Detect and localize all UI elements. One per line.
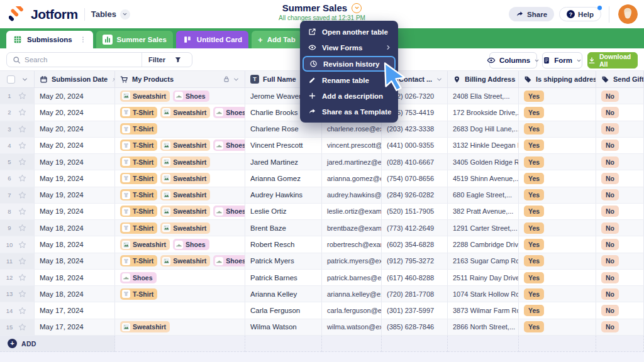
send-gift-cell[interactable]: No [596,302,644,319]
email-cell[interactable]: wilma.watson@example.c... [322,319,382,336]
billing-address-cell[interactable]: 4519 Shinn Avenue,... [448,170,519,187]
product-chip-sweatshirt[interactable]: Sweatshirt [160,173,210,184]
billing-address-cell[interactable]: 2683 Dog Hill Lane,... [448,121,519,138]
product-chip-tshirt[interactable]: T-Shirt [120,222,157,234]
submission-date-cell[interactable]: May 18, 2024 [35,286,115,302]
product-chip-sweatshirt[interactable]: Sweatshirt [160,140,210,151]
tab-submissions[interactable]: Submissions [6,31,93,48]
full-name-cell[interactable]: Leslie Ortiz [245,204,322,220]
submission-date-cell[interactable]: May 18, 2024 [35,253,115,270]
email-cell[interactable]: charlene.rose@example.c... [322,121,382,138]
contact-cell[interactable]: (520) 151-7905 [382,204,448,220]
send-gift-cell[interactable]: No [596,88,644,104]
menu-item-rename-table[interactable]: Rename table [300,72,398,88]
product-chip-sweatshirt[interactable]: Sweatshirt [160,255,210,266]
star-icon[interactable] [18,323,26,331]
column-header-submission-date[interactable]: Submission Date [35,71,115,87]
columns-button[interactable]: Columns [489,52,537,69]
products-cell[interactable]: Sweatshirt [115,319,245,336]
product-chip-sweatshirt[interactable]: Sweatshirt [160,107,210,118]
submission-date-cell[interactable]: May 17, 2024 [35,302,115,319]
shipping-cell[interactable]: Yes [519,138,596,154]
product-chip-sweatshirt[interactable]: Sweatshirt [120,321,170,332]
menu-item-revision-history[interactable]: Revision history [303,56,396,72]
email-cell[interactable]: arianna.kelley@example.c... [322,286,382,302]
filter-button[interactable]: Filter [142,53,192,67]
products-cell[interactable]: T-ShirtSweatshirtShoes [115,204,245,220]
product-chip-tshirt[interactable]: T-Shirt [120,123,157,134]
shipping-cell[interactable]: Yes [519,286,596,302]
product-chip-tshirt[interactable]: T-Shirt [120,255,157,266]
email-cell[interactable]: arianna.gomez@example.... [322,170,382,187]
help-button[interactable]: ? Help [559,7,601,21]
kebab-icon[interactable] [79,36,87,43]
full-name-cell[interactable]: Patrick Barnes [245,270,322,286]
product-chip-tshirt[interactable]: T-Shirt [120,206,157,217]
billing-address-cell[interactable]: 2163 Sugar Camp Road,... [448,253,519,270]
full-name-cell[interactable]: Robert Resch [245,236,322,253]
billing-address-cell[interactable]: 2408 Ella Street,... [448,88,519,104]
products-cell[interactable]: T-ShirtSweatshirt [115,187,245,204]
send-gift-cell[interactable]: No [596,220,644,236]
brand-name[interactable]: Jotform [31,7,78,22]
shipping-cell[interactable]: Yes [519,88,596,104]
column-header-is-shipping-addres[interactable]: Is shipping addres... [519,71,596,87]
full-name-cell[interactable]: Vincent Prescott [245,138,322,154]
add-row-button[interactable]: + ADD [0,336,115,352]
shipping-cell[interactable]: Yes [519,236,596,253]
tab-untitled-card[interactable]: Untitled Card [176,31,248,48]
full-name-cell[interactable]: Carla Ferguson [245,302,322,319]
contact-cell[interactable]: (203) 423-3338 [382,121,448,138]
products-cell[interactable]: T-ShirtSweatshirt [115,220,245,236]
chevron-down-icon[interactable] [436,76,443,83]
product-chip-shoes[interactable]: Shoes [213,140,245,151]
star-icon[interactable] [18,241,26,249]
product-chip-tshirt[interactable]: T-Shirt [120,156,157,168]
search-input[interactable] [25,56,142,63]
shipping-cell[interactable]: Yes [519,187,596,204]
star-icon[interactable] [18,290,26,298]
billing-address-cell[interactable]: 1291 Carter Street,... [448,220,519,236]
contact-cell[interactable]: (441) 000-9355 [382,138,448,154]
full-name-cell[interactable]: Wilma Watson [245,319,322,336]
shipping-cell[interactable]: Yes [519,204,596,220]
star-icon[interactable] [18,207,26,216]
star-icon[interactable] [18,125,26,133]
star-icon[interactable] [18,307,26,315]
shipping-cell[interactable]: Yes [519,104,596,121]
contact-cell[interactable]: (301) 237-5997 [382,302,448,319]
product-chip-sweatshirt[interactable]: Sweatshirt [120,90,170,102]
contact-cell[interactable]: (720) 281-7708 [382,286,448,302]
email-cell[interactable]: robertresch@example.com [322,236,382,253]
product-chip-shoes[interactable]: Shoes [173,90,209,102]
product-chip-sweatshirt[interactable]: Sweatshirt [120,239,170,250]
billing-address-cell[interactable]: 172 Brookside Drive,... [448,104,519,121]
billing-address-cell[interactable]: 1074 Stark Hollow Road,... [448,286,519,302]
contact-cell[interactable]: (912) 795-3272 [382,253,448,270]
email-cell[interactable]: carla.ferguson@example.c... [322,302,382,319]
star-icon[interactable] [18,257,26,265]
share-button[interactable]: Share [509,7,554,21]
billing-address-cell[interactable]: 382 Pratt Avenue,... [448,204,519,220]
column-header-my-products[interactable]: My Products [115,71,245,87]
menu-item-share-as-a-template[interactable]: Share as a Template [300,104,398,119]
tab-add-tab[interactable]: +Add Tab [252,31,302,48]
product-chip-tshirt[interactable]: T-Shirt [120,173,157,184]
contact-cell[interactable]: (773) 412-2649 [382,220,448,236]
products-cell[interactable]: SweatshirtShoes [115,236,245,253]
submission-date-cell[interactable]: May 17, 2024 [35,319,115,336]
star-icon[interactable] [18,273,26,282]
full-name-cell[interactable]: Audrey Hawkins [245,187,322,204]
submission-date-cell[interactable]: May 19, 2024 [35,204,115,220]
email-cell[interactable]: leslie.ortiz@example.com [322,204,382,220]
products-cell[interactable]: T-ShirtSweatshirt [115,154,245,170]
jotform-logo-icon[interactable] [9,6,25,22]
send-gift-cell[interactable]: No [596,104,644,121]
billing-address-cell[interactable]: 3132 Hinkle Deegan La... [448,138,519,154]
shipping-cell[interactable]: Yes [519,253,596,270]
avatar[interactable] [618,4,638,24]
contact-cell[interactable]: (754) 070-8656 [382,170,448,187]
submission-date-cell[interactable]: May 18, 2024 [35,270,115,286]
email-cell[interactable]: audrey.hawkins@example.... [322,187,382,204]
menu-item-view-forms[interactable]: View Forms [300,40,398,55]
